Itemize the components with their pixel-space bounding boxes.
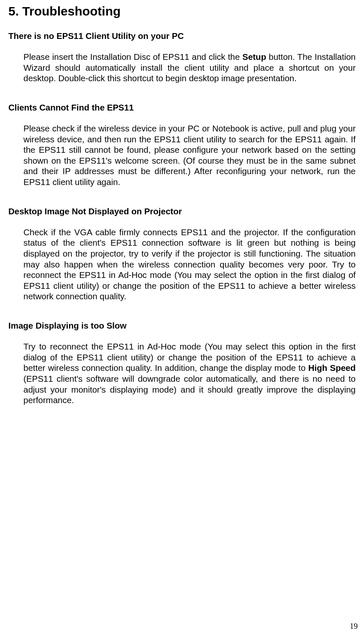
section-heading-4: Image Displaying is too Slow — [8, 321, 356, 331]
section-heading-3: Desktop Image Not Displayed on Projector — [8, 206, 356, 216]
body-text: Try to reconnect the EPS11 in Ad-Hoc mod… — [23, 342, 356, 373]
page-title: 5. Troubleshooting — [8, 4, 356, 18]
bold-text: High Speed — [308, 363, 356, 373]
section-body-2: Please check if the wireless device in y… — [23, 123, 356, 188]
section-body-4: Try to reconnect the EPS11 in Ad-Hoc mod… — [23, 341, 356, 406]
page-number: 19 — [350, 622, 358, 631]
section-heading-1: There is no EPS11 Client Utility on your… — [8, 31, 356, 41]
section-body-1: Please insert the Installation Disc of E… — [23, 51, 356, 84]
section-body-3: Check if the VGA cable firmly connects E… — [23, 227, 356, 302]
section-heading-2: Clients Cannot Find the EPS11 — [8, 103, 356, 113]
bold-text: Setup — [242, 52, 266, 62]
body-text: Please insert the Installation Disc of E… — [23, 52, 242, 62]
body-text: (EPS11 client's software will downgrade … — [23, 374, 356, 405]
document-page: 5. Troubleshooting There is no EPS11 Cli… — [0, 0, 364, 433]
